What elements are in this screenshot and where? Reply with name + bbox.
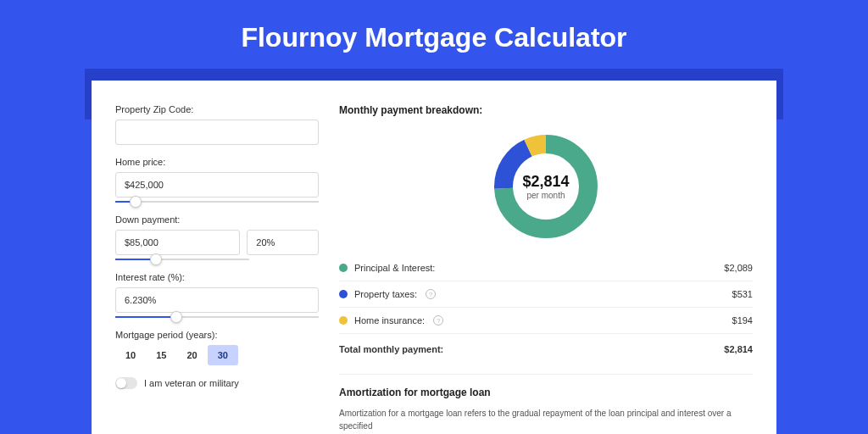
slider-thumb-icon[interactable] [130,196,142,208]
period-option-15[interactable]: 15 [146,345,176,365]
interest-input[interactable] [115,287,319,313]
calculator-card: Property Zip Code: Home price: Down paym… [92,81,776,434]
dot-icon [339,264,348,272]
legend-label: Principal & Interest: [354,263,435,273]
legend-value: $2,089 [724,263,753,273]
dot-icon [339,290,348,298]
donut-chart: $2,814 per month [491,131,601,242]
zip-label: Property Zip Code: [115,104,319,114]
legend-row-taxes: Property taxes: ? $531 [339,281,753,308]
legend-row-total: Total monthly payment: $2,814 [339,334,753,362]
legend-row-insurance: Home insurance: ? $194 [339,308,753,334]
interest-slider[interactable] [115,316,319,318]
period-field: Mortgage period (years): 10 15 20 30 [115,330,319,365]
legend-label: Home insurance: [354,315,425,326]
home-price-slider[interactable] [115,201,319,203]
period-option-30[interactable]: 30 [208,345,238,365]
home-price-input[interactable] [115,172,319,198]
zip-field: Property Zip Code: [115,104,319,145]
veteran-field: I am veteran or military [115,377,319,389]
legend-value: $194 [732,315,753,326]
amortization-title: Amortization for mortgage loan [339,387,753,398]
breakdown-title: Monthly payment breakdown: [339,104,753,116]
info-icon[interactable]: ? [426,289,436,299]
slider-thumb-icon[interactable] [170,311,182,323]
legend-value: $531 [732,289,753,299]
input-column: Property Zip Code: Home price: Down paym… [115,104,319,434]
page-title: Flournoy Mortgage Calculator [0,0,868,69]
home-price-field: Home price: [115,157,319,203]
amortization-section: Amortization for mortgage loan Amortizat… [339,374,753,432]
home-price-label: Home price: [115,157,319,167]
breakdown-column: Monthly payment breakdown: $2,814 per mo… [339,104,753,434]
total-value: $2,814 [724,344,753,354]
legend-row-principal: Principal & Interest: $2,089 [339,255,753,281]
donut-center: $2,814 per month [491,131,601,242]
info-icon[interactable]: ? [433,315,443,326]
veteran-toggle[interactable] [115,377,137,389]
veteran-label: I am veteran or military [144,378,239,388]
zip-input[interactable] [115,120,319,145]
period-label: Mortgage period (years): [115,330,319,340]
down-payment-label: Down payment: [115,214,319,225]
down-payment-input[interactable] [115,230,240,255]
period-option-10[interactable]: 10 [115,345,146,365]
donut-chart-wrap: $2,814 per month [339,125,753,255]
down-payment-slider[interactable] [115,259,249,260]
total-label: Total monthly payment: [339,344,443,354]
legend-label: Property taxes: [354,289,417,299]
amortization-body: Amortization for a mortgage loan refers … [339,407,753,432]
dot-icon [339,316,348,325]
donut-center-sub: per month [526,191,565,200]
period-option-20[interactable]: 20 [177,345,208,365]
interest-label: Interest rate (%): [115,272,319,282]
period-button-group: 10 15 20 30 [115,345,319,365]
donut-center-value: $2,814 [522,173,569,191]
slider-thumb-icon[interactable] [150,253,162,265]
down-payment-pct-input[interactable] [247,230,319,255]
down-payment-field: Down payment: [115,214,319,260]
interest-field: Interest rate (%): [115,272,319,318]
